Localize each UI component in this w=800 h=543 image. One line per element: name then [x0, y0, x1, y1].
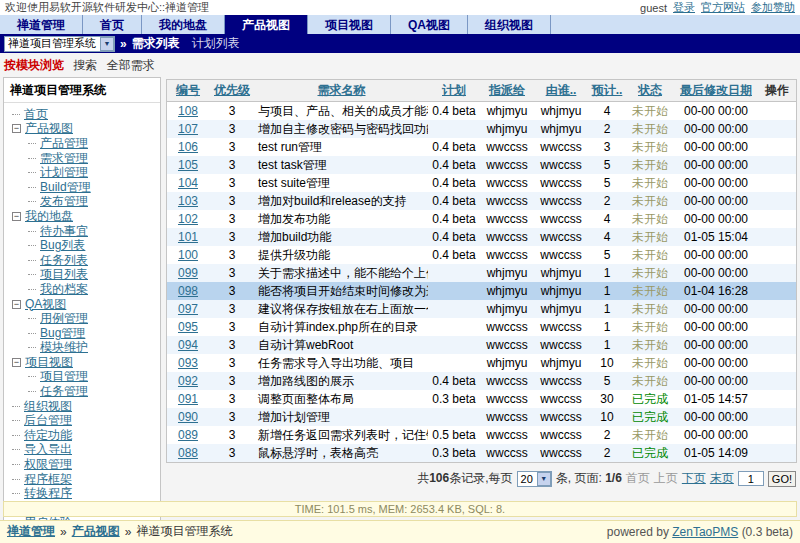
table-row[interactable]: 0943自动计算webRootwwccsswwccss1未开始00-00 00:…: [167, 336, 796, 354]
estimate-cell: 4: [588, 210, 626, 228]
sponsor-link[interactable]: 参加赞助: [751, 0, 795, 15]
table-row[interactable]: 0923增加路线图的展示0.4 betawwccsswwccss5未开始00-0…: [167, 372, 796, 390]
chevron-down-icon[interactable]: ▼: [100, 37, 114, 51]
actions-cell: [758, 372, 796, 390]
tab-product-view[interactable]: 产品视图: [225, 15, 308, 34]
table-row[interactable]: 0933任务需求导入导出功能、项目whjmyuwhjmyu10未开始00-00 …: [167, 354, 796, 372]
browse-by-module-link[interactable]: 按模块浏览: [4, 58, 64, 72]
per-page-select[interactable]: 20 ▼: [517, 471, 552, 487]
table-row[interactable]: 1083与项目、产品、相关的成员才能看到本项、产品、bug0.4 betawhj…: [167, 102, 796, 121]
story-id-link[interactable]: 106: [178, 140, 198, 154]
col-header-plan[interactable]: 计划: [442, 83, 466, 97]
story-id-link[interactable]: 094: [178, 338, 198, 352]
status-badge: 未开始: [632, 302, 668, 316]
tree-connector: [28, 231, 36, 232]
story-id-link[interactable]: 088: [178, 446, 198, 460]
table-row[interactable]: 0883鼠标悬浮时，表格高亮0.3 betawwccsswwccss2已完成01…: [167, 444, 796, 462]
col-header-opened-by[interactable]: 由谁..: [546, 83, 577, 97]
table-row[interactable]: 1073增加自主修改密码与密码找回功能whjmyuwhjmyu2未开始00-00…: [167, 120, 796, 138]
tab-org-view[interactable]: 组织视图: [468, 15, 551, 34]
col-header-id[interactable]: 编号: [176, 83, 200, 97]
table-row[interactable]: 1023增加发布功能0.4 betawwccsswwccss4未开始00-00 …: [167, 210, 796, 228]
opened-by-cell: wwccss: [534, 228, 588, 246]
story-table: 编号 优先级 需求名称 计划 指派给 由谁.. 预计.. 状态 最后修改日期 操…: [167, 80, 796, 462]
collapse-icon[interactable]: −: [12, 358, 21, 367]
table-row[interactable]: 0913调整页面整体布局0.3 betawwccsswwccss30已完成01-…: [167, 390, 796, 408]
tab-qa-view[interactable]: QA视图: [391, 15, 468, 34]
official-site-link[interactable]: 官方网站: [701, 0, 745, 15]
product-select[interactable]: 禅道项目管理系统 ▼: [4, 36, 115, 52]
story-id-link[interactable]: 101: [178, 230, 198, 244]
table-row[interactable]: 1003提供升级功能0.4 betawwccsswwccss5未开始00-00 …: [167, 246, 796, 264]
subnav-item[interactable]: 需求列表: [132, 35, 180, 52]
table-row[interactable]: 1013增加build功能0.4 betawwccsswwccss4未开始01-…: [167, 228, 796, 246]
table-row[interactable]: 0953自动计算index.php所在的目录wwccsswwccss1未开始00…: [167, 318, 796, 336]
tab-project-view[interactable]: 项目视图: [308, 15, 391, 34]
col-header-estimate[interactable]: 预计..: [592, 83, 623, 97]
all-stories-link[interactable]: 全部需求: [107, 58, 155, 72]
breadcrumb-product-view[interactable]: 产品视图: [72, 523, 120, 540]
assigned-to-cell: wwccss: [480, 444, 534, 462]
breadcrumb: 禅道管理 » 产品视图 » 禅道项目管理系统: [7, 523, 232, 540]
zentao-pms-link[interactable]: ZenTaoPMS: [672, 525, 738, 539]
tab-zentao-admin[interactable]: 禅道管理: [0, 15, 83, 34]
col-header-status[interactable]: 状态: [638, 83, 662, 97]
subnav-item[interactable]: 计划列表: [192, 35, 240, 52]
col-header-last-edited[interactable]: 最后修改日期: [680, 83, 752, 97]
story-id-link[interactable]: 089: [178, 428, 198, 442]
opened-by-cell: whjmyu: [534, 282, 588, 300]
table-row[interactable]: 0983能否将项目开始结束时间修改为选择式或者给个示范whjmyuwhjmyu1…: [167, 282, 796, 300]
col-header-assigned[interactable]: 指派给: [489, 83, 525, 97]
story-id-link[interactable]: 091: [178, 392, 198, 406]
actions-cell: [758, 408, 796, 426]
table-row[interactable]: 1063test run管理0.4 betawwccsswwccss3未开始00…: [167, 138, 796, 156]
story-id-link[interactable]: 097: [178, 302, 198, 316]
next-page-link[interactable]: 下页: [682, 470, 706, 487]
tree-connector: [28, 318, 36, 319]
plan-cell: 0.3 beta: [428, 444, 480, 462]
status-badge: 未开始: [632, 230, 668, 244]
subnav-bar: 禅道项目管理系统 ▼ » 需求列表计划列表: [0, 34, 800, 53]
table-row[interactable]: 1043test suite管理0.4 betawwccsswwccss5未开始…: [167, 174, 796, 192]
collapse-icon[interactable]: −: [12, 124, 21, 133]
go-button[interactable]: GO!: [768, 471, 796, 487]
story-id-link[interactable]: 102: [178, 212, 198, 226]
collapse-icon[interactable]: −: [12, 212, 21, 221]
story-id-link[interactable]: 098: [178, 284, 198, 298]
table-row[interactable]: 1033增加对build和release的支持0.4 betawwccsswwc…: [167, 192, 796, 210]
goto-page-input[interactable]: [738, 471, 764, 486]
story-id-link[interactable]: 099: [178, 266, 198, 280]
story-id-link[interactable]: 105: [178, 158, 198, 172]
story-id-link[interactable]: 107: [178, 122, 198, 136]
chevron-down-icon[interactable]: ▼: [537, 472, 551, 486]
assigned-to-cell: wwccss: [480, 318, 534, 336]
login-link[interactable]: 登录: [673, 0, 695, 15]
table-row[interactable]: 1053test task管理0.4 betawwccsswwccss5未开始0…: [167, 156, 796, 174]
story-id-link[interactable]: 095: [178, 320, 198, 334]
estimate-cell: 1: [588, 336, 626, 354]
col-header-priority[interactable]: 优先级: [214, 83, 250, 97]
story-id-cell: 090: [167, 408, 209, 426]
sidebar-item: 我的档案: [6, 282, 158, 297]
story-id-link[interactable]: 108: [178, 104, 198, 118]
col-header-title[interactable]: 需求名称: [318, 83, 366, 97]
story-id-link[interactable]: 093: [178, 356, 198, 370]
tree-connector: [28, 260, 36, 261]
story-id-link[interactable]: 090: [178, 410, 198, 424]
collapse-icon[interactable]: −: [12, 300, 21, 309]
tab-my-ground[interactable]: 我的地盘: [142, 15, 225, 34]
table-row[interactable]: 0973建议将保存按钮放在右上面放一个whjmyuwhjmyu1未开始00-00…: [167, 300, 796, 318]
breadcrumb-zentao-admin[interactable]: 禅道管理: [7, 523, 55, 540]
table-row[interactable]: 0903增加计划管理wwccsswwccss10已完成00-00 00:00: [167, 408, 796, 426]
story-id-link[interactable]: 092: [178, 374, 198, 388]
last-page-link[interactable]: 末页: [710, 470, 734, 487]
story-id-link[interactable]: 104: [178, 176, 198, 190]
search-link[interactable]: 搜索: [73, 58, 97, 72]
story-id-link[interactable]: 103: [178, 194, 198, 208]
table-row[interactable]: 0993关于需求描述中，能不能给个上传附件的功能whjmyuwhjmyu1未开始…: [167, 264, 796, 282]
estimate-cell: 5: [588, 174, 626, 192]
table-row[interactable]: 0893新增任务返回需求列表时，记住锚点0.5 betawwccsswwccss…: [167, 426, 796, 444]
status-cell: 未开始: [626, 120, 674, 138]
tab-home[interactable]: 首页: [83, 15, 142, 34]
story-id-link[interactable]: 100: [178, 248, 198, 262]
